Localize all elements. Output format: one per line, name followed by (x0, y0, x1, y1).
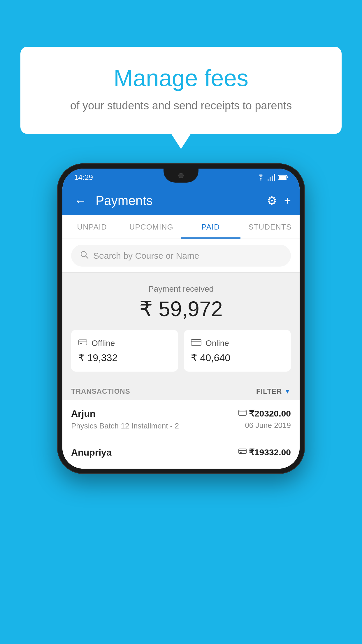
payment-received-label: Payment received (71, 284, 291, 294)
svg-line-9 (86, 256, 88, 258)
payment-cards: Offline ₹ 19,332 (71, 330, 291, 372)
search-box[interactable]: Search by Course or Name (71, 245, 291, 267)
transaction-right: ₹19332.00 (238, 447, 291, 460)
tab-students[interactable]: STUDENTS (240, 215, 300, 239)
payment-summary: Payment received ₹ 59,972 (62, 273, 300, 380)
bubble-title: Manage fees (44, 64, 318, 92)
online-card-header: Online (191, 338, 284, 348)
page-title: Payments (96, 193, 261, 208)
search-icon (80, 250, 89, 261)
svg-rect-19 (240, 452, 242, 453)
svg-rect-17 (239, 449, 246, 454)
svg-rect-6 (287, 176, 288, 178)
svg-rect-10 (79, 340, 87, 345)
filter-icon: ▼ (284, 388, 291, 395)
payment-method-icon (238, 409, 247, 418)
filter-label: FILTER (256, 387, 282, 396)
svg-rect-13 (191, 340, 201, 345)
action-icons: ⚙ + (267, 194, 291, 207)
offline-icon (78, 338, 87, 348)
svg-rect-12 (80, 343, 82, 344)
offline-amount: ₹ 19,332 (78, 352, 171, 363)
phone-frame: 14:29 (57, 163, 305, 474)
status-bar: 14:29 (62, 169, 300, 186)
svg-rect-2 (270, 177, 271, 181)
transactions-label: TRANSACTIONS (71, 387, 130, 396)
offline-card: Offline ₹ 19,332 (71, 330, 178, 372)
tab-upcoming[interactable]: UPCOMING (122, 215, 181, 239)
settings-button[interactable]: ⚙ (267, 194, 277, 207)
bubble-subtitle: of your students and send receipts to pa… (44, 98, 318, 113)
offline-card-header: Offline (78, 338, 171, 348)
search-container: Search by Course or Name (62, 239, 300, 273)
transaction-amount-row: ₹19332.00 (238, 447, 291, 457)
svg-point-0 (260, 179, 261, 181)
online-icon (191, 338, 201, 348)
transaction-detail: Physics Batch 12 Installment - 2 (71, 421, 179, 430)
svg-rect-3 (272, 176, 273, 181)
transaction-right: ₹20320.00 06 June 2019 (238, 408, 291, 430)
transaction-left: Anupriya (71, 447, 112, 460)
status-time: 14:29 (74, 173, 93, 182)
online-amount: ₹ 40,640 (191, 352, 284, 363)
signal-icon (268, 174, 276, 181)
transaction-name: Anupriya (71, 447, 112, 458)
tabs-bar: UNPAID UPCOMING PAID STUDENTS (62, 215, 300, 239)
payment-method-icon-offline (238, 448, 247, 457)
payment-total-amount: ₹ 59,972 (71, 297, 291, 321)
svg-rect-1 (268, 179, 269, 181)
phone-notch (164, 169, 198, 183)
transaction-amount: ₹19332.00 (249, 447, 291, 457)
online-label: Online (205, 339, 229, 348)
transaction-amount: ₹20320.00 (249, 408, 291, 419)
back-button[interactable]: ← (71, 190, 90, 211)
svg-rect-15 (239, 410, 246, 415)
transaction-name: Arjun (71, 408, 179, 419)
wifi-icon (256, 174, 265, 181)
offline-label: Offline (92, 339, 115, 348)
status-icons (256, 174, 288, 181)
transactions-header: TRANSACTIONS FILTER ▼ (62, 380, 300, 400)
phone-device: 14:29 (57, 163, 305, 474)
camera (178, 173, 184, 178)
app-bar: ← Payments ⚙ + (62, 186, 300, 215)
transaction-row: Anupriya ₹19332.00 (62, 439, 300, 469)
svg-rect-4 (274, 174, 275, 181)
svg-rect-7 (279, 176, 286, 179)
filter-button[interactable]: FILTER ▼ (256, 387, 291, 396)
tab-unpaid[interactable]: UNPAID (62, 215, 122, 239)
phone-screen: 14:29 (62, 169, 300, 469)
search-placeholder: Search by Course or Name (93, 251, 199, 261)
transaction-left: Arjun Physics Batch 12 Installment - 2 (71, 408, 179, 430)
transaction-amount-row: ₹20320.00 (238, 408, 291, 419)
speech-bubble: Manage fees of your students and send re… (20, 47, 342, 134)
battery-icon (278, 174, 288, 180)
add-button[interactable]: + (284, 194, 291, 207)
transaction-date: 06 June 2019 (238, 421, 291, 430)
tab-paid[interactable]: PAID (181, 215, 240, 239)
transaction-row: Arjun Physics Batch 12 Installment - 2 ₹… (62, 400, 300, 439)
online-card: Online ₹ 40,640 (184, 330, 291, 372)
